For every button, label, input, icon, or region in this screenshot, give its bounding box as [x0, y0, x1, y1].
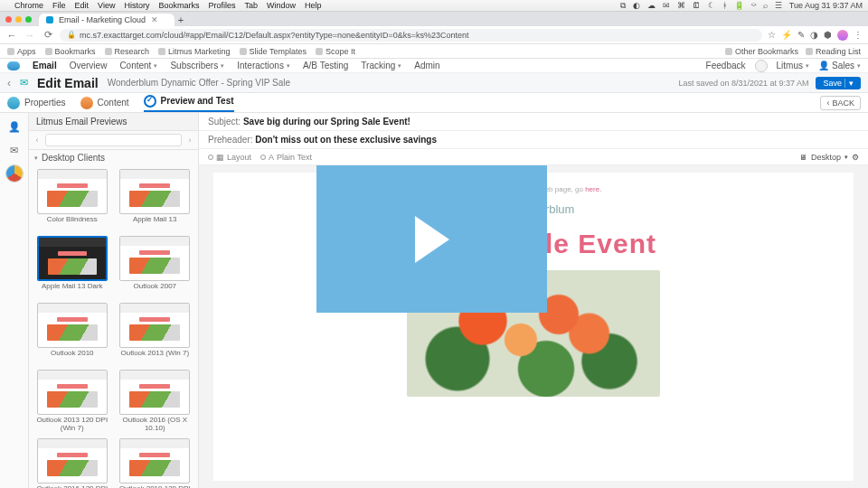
menubar-battery-icon[interactable]: 🔋	[734, 1, 744, 10]
tab-content[interactable]: Content	[80, 97, 129, 109]
nav-overview[interactable]: Overview	[70, 61, 108, 70]
menu-tab[interactable]: Tab	[244, 1, 258, 10]
back-arrow-icon[interactable]: ‹	[7, 77, 11, 89]
bookmark-other[interactable]: Other Bookmarks	[725, 47, 798, 56]
preview-thumbnail[interactable]: Outlook 2013 (Win 7)	[118, 303, 193, 364]
subscriber-selector-row: ‹ ›	[29, 131, 198, 150]
rail-subscriber-icon[interactable]: 👤	[6, 118, 23, 135]
view-webpage-link[interactable]: here.	[585, 185, 601, 193]
nav-back-icon[interactable]: ←	[5, 30, 18, 41]
bookmark-link[interactable]: Scope It	[316, 47, 355, 56]
nav-subscribers[interactable]: Subscribers▾	[170, 61, 224, 70]
rail-litmus-icon[interactable]	[6, 165, 23, 182]
overflow-menu-icon[interactable]: ⋮	[854, 30, 863, 40]
menu-history[interactable]: History	[124, 1, 149, 10]
device-select[interactable]: Desktop	[811, 153, 841, 162]
salesforce-cloud-icon[interactable]	[7, 61, 20, 70]
bookmark-link[interactable]: Slide Templates	[240, 47, 307, 56]
preview-thumbnail[interactable]: Outlook 2013 120 DPI (Win 7)	[34, 370, 110, 433]
bookmark-folder[interactable]: Bookmarks	[45, 47, 96, 56]
menu-profiles[interactable]: Profiles	[208, 1, 235, 10]
nav-forward-icon[interactable]: →	[24, 30, 36, 41]
thumbnail-grid[interactable]: Color BlindnessApple Mail 13Apple Mail 1…	[29, 165, 198, 488]
tab-properties[interactable]: Properties	[7, 97, 66, 109]
preview-thumbnail[interactable]: Apple Mail 13	[118, 169, 193, 230]
menu-file[interactable]: File	[52, 1, 66, 10]
opt-layout[interactable]: ▦Layout	[208, 153, 251, 162]
menubar-wifi-icon[interactable]: ⌔	[751, 1, 756, 10]
subject-value: Save big during our Spring Sale Event!	[243, 117, 410, 127]
menubar-bluetooth-icon[interactable]: ᚼ	[722, 1, 727, 10]
menubar-moon-icon[interactable]: ☾	[708, 1, 715, 10]
menu-edit[interactable]: Edit	[75, 1, 90, 10]
chevron-down-icon[interactable]: ▾	[844, 79, 854, 88]
preview-thumbnail[interactable]: Outlook 2019 120 DPI	[118, 438, 193, 488]
preview-thumbnail[interactable]: Outlook 2007	[118, 236, 193, 297]
ext-star-icon[interactable]: ☆	[768, 30, 776, 40]
chevron-down-icon: ▾	[154, 62, 157, 70]
email-name: Wonderblum Dynamic Offer - Spring VIP Sa…	[108, 78, 290, 88]
edit-email-bar: ‹ ✉ Edit Email Wonderblum Dynamic Offer …	[0, 73, 868, 93]
bookmark-folder[interactable]: Research	[105, 47, 150, 56]
user-menu[interactable]: Litmus▾	[777, 61, 809, 70]
ext-icon[interactable]: ◑	[810, 30, 818, 40]
subscriber-input[interactable]	[45, 134, 182, 146]
feedback-link[interactable]: Feedback	[706, 61, 746, 70]
tab-preview-test[interactable]: Preview and Test	[144, 95, 234, 112]
video-overlay[interactable]	[316, 165, 547, 313]
address-bar[interactable]: 🔒 mc.s7.exacttarget.com/cloud/#app/Email…	[60, 29, 762, 42]
nav-reload-icon[interactable]: ⟳	[42, 29, 54, 41]
tab-close-icon[interactable]: ✕	[151, 15, 158, 24]
rail-send-icon[interactable]: ✉	[6, 142, 23, 158]
menu-window[interactable]: Window	[267, 1, 296, 10]
ext-puzzle-icon[interactable]: ⬢	[824, 30, 832, 40]
menubar-extra-icon[interactable]: 🗓	[693, 1, 701, 10]
menubar-extra-icon[interactable]: ☁	[647, 1, 656, 10]
menu-chrome[interactable]: Chrome	[14, 1, 43, 10]
opt-plaintext[interactable]: APlain Text	[260, 153, 312, 162]
thumbnail-label: Apple Mail 13	[133, 216, 176, 230]
preview-thumbnail[interactable]: Outlook 2010	[34, 303, 110, 364]
menu-help[interactable]: Help	[305, 1, 322, 10]
sales-menu[interactable]: 👤Sales▾	[818, 61, 861, 70]
window-controls[interactable]	[5, 16, 32, 23]
preview-thumbnail[interactable]: Color Blindness	[34, 169, 110, 230]
preview-thumbnail[interactable]: Outlook 2016 120 DPI	[34, 438, 110, 488]
save-button[interactable]: Save▾	[816, 77, 861, 89]
user-avatar-icon[interactable]	[755, 60, 768, 72]
preview-thumbnail[interactable]: Apple Mail 13 Dark	[34, 236, 110, 297]
bookmark-link[interactable]: Litmus Marketing	[158, 47, 231, 56]
menubar-extra-icon[interactable]: ⧉	[620, 1, 626, 11]
email-viewport[interactable]: To view this email as a web page, go her…	[199, 165, 868, 488]
back-button[interactable]: ‹BACK	[820, 96, 861, 110]
nav-admin[interactable]: Admin	[414, 61, 439, 70]
thumbnail-image	[37, 169, 108, 214]
preview-thumbnail[interactable]: Outlook 2016 (OS X 10.10)	[118, 370, 193, 433]
ext-bolt-icon[interactable]: ⚡	[781, 30, 792, 40]
nav-interactions[interactable]: Interactions▾	[237, 61, 290, 70]
menubar-extra-icon[interactable]: ◐	[633, 1, 640, 10]
menubar-search-icon[interactable]: ⌕	[763, 1, 768, 10]
thumbnail-label: Apple Mail 13 Dark	[42, 283, 103, 297]
settings-gear-icon[interactable]: ⚙	[852, 153, 859, 162]
prev-subscriber-icon[interactable]: ‹	[33, 136, 42, 145]
ext-pencil-icon[interactable]: ✎	[797, 30, 805, 40]
reading-list[interactable]: Reading List	[806, 47, 861, 56]
menubar-clock[interactable]: Tue Aug 31 9:37 AM	[789, 1, 863, 10]
menubar-control-center-icon[interactable]: ☰	[775, 1, 782, 10]
browser-tab[interactable]: Email - Marketing Cloud ✕	[39, 14, 175, 26]
bookmarks-bar: Apps Bookmarks Research Litmus Marketing…	[0, 44, 868, 59]
nav-tracking[interactable]: Tracking▾	[361, 61, 401, 70]
menu-bookmarks[interactable]: Bookmarks	[158, 1, 199, 10]
new-tab-button[interactable]: +	[175, 14, 187, 26]
section-desktop-clients[interactable]: ▾ Desktop Clients	[29, 150, 198, 165]
nav-abtesting[interactable]: A/B Testing	[303, 61, 348, 70]
bookmark-apps[interactable]: Apps	[7, 47, 36, 56]
menubar-extra-icon[interactable]: ✉	[663, 1, 670, 10]
next-subscriber-icon[interactable]: ›	[185, 136, 194, 145]
nav-content[interactable]: Content▾	[119, 61, 157, 70]
profile-avatar-icon[interactable]	[837, 30, 848, 41]
menubar-extra-icon[interactable]: ⌘	[677, 1, 685, 10]
chevron-down-icon[interactable]: ▾	[844, 154, 848, 161]
menu-view[interactable]: View	[98, 1, 115, 10]
